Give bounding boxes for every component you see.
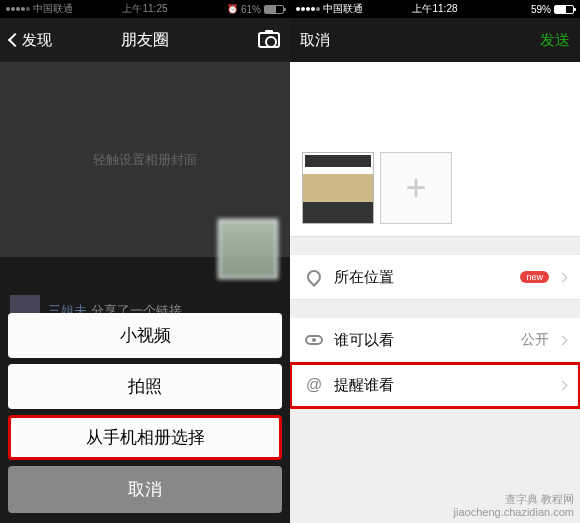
carrier-label: 中国联通	[323, 2, 363, 16]
avatar[interactable]	[218, 219, 278, 279]
cover-area[interactable]: 轻触设置相册封面	[0, 62, 290, 257]
back-label: 发现	[22, 31, 52, 50]
battery-label: 59%	[531, 4, 551, 15]
nav-bar: 发现 朋友圈	[0, 18, 290, 62]
add-image-button[interactable]: +	[380, 152, 452, 224]
signal-dots-icon	[296, 7, 320, 11]
chevron-left-icon	[8, 33, 22, 47]
eye-icon	[305, 335, 323, 345]
location-label: 所在位置	[334, 268, 510, 287]
mention-label: 提醒谁看	[334, 376, 549, 395]
cover-hint: 轻触设置相册封面	[93, 151, 197, 169]
alarm-icon: ⏰	[227, 4, 238, 14]
action-take-photo[interactable]: 拍照	[8, 364, 282, 409]
page-title: 朋友圈	[121, 30, 169, 51]
status-time: 上午11:28	[412, 2, 457, 16]
watermark: 查字典 教程网 jiaocheng.chazidian.com	[454, 493, 574, 519]
action-short-video[interactable]: 小视频	[8, 313, 282, 358]
attached-image-thumb[interactable]	[302, 152, 374, 224]
status-time: 上午11:25	[122, 2, 167, 16]
image-attachments: +	[290, 152, 580, 237]
battery-label: 61%	[241, 4, 261, 15]
nav-bar: 取消 发送	[290, 18, 580, 62]
visibility-value: 公开	[521, 331, 549, 349]
cancel-button[interactable]: 取消	[300, 31, 330, 50]
at-icon: @	[306, 376, 322, 394]
chevron-right-icon	[558, 272, 568, 282]
new-badge: new	[520, 271, 549, 283]
carrier-label: 中国联通	[33, 2, 73, 16]
signal-dots-icon	[6, 7, 30, 11]
battery-icon	[264, 5, 284, 14]
row-mention[interactable]: @ 提醒谁看	[290, 363, 580, 408]
send-button[interactable]: 发送	[540, 31, 570, 50]
row-location[interactable]: 所在位置 new	[290, 255, 580, 300]
compose-text-area[interactable]	[290, 62, 580, 152]
action-cancel[interactable]: 取消	[8, 466, 282, 513]
back-button[interactable]: 发现	[10, 31, 52, 50]
action-sheet: 小视频 拍照 从手机相册选择 取消	[0, 305, 290, 523]
camera-icon[interactable]	[258, 32, 280, 48]
chevron-right-icon	[558, 335, 568, 345]
battery-icon	[554, 5, 574, 14]
visibility-label: 谁可以看	[334, 331, 511, 350]
action-choose-from-album[interactable]: 从手机相册选择	[8, 415, 282, 460]
status-bar: 中国联通 上午11:28 59%	[290, 0, 580, 18]
status-bar: 中国联通 上午11:25 ⏰ 61%	[0, 0, 290, 18]
row-visibility[interactable]: 谁可以看 公开	[290, 318, 580, 363]
location-icon	[304, 267, 324, 287]
chevron-right-icon	[558, 380, 568, 390]
